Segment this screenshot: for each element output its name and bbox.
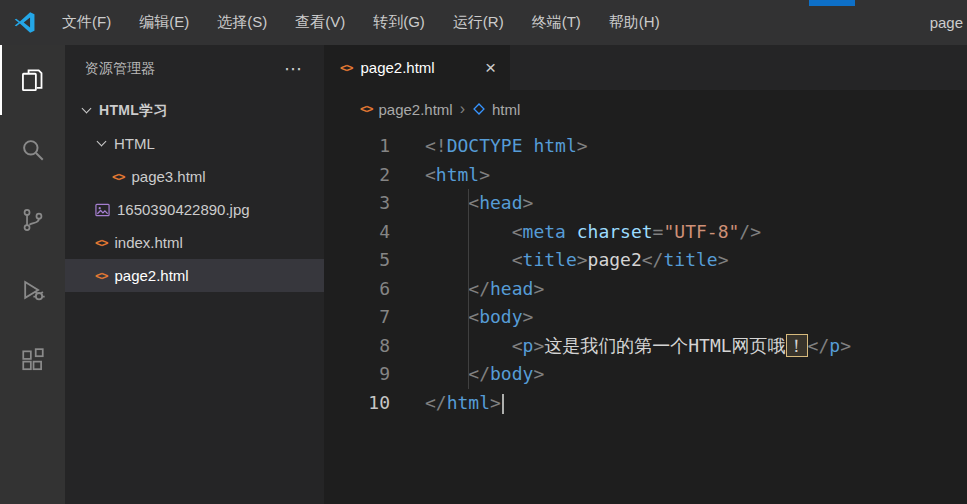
breadcrumb-item[interactable]: html <box>472 101 520 118</box>
tree-item-1650390422890.jpg[interactable]: 1650390422890.jpg <box>65 193 324 226</box>
explorer-sidebar: 资源管理器 ⋯ HTML学习HTML<>page3.html1650390422… <box>65 45 324 504</box>
code-token: > <box>533 363 544 384</box>
tree-item-page3.html[interactable]: <>page3.html <box>65 160 324 193</box>
explorer-icon[interactable] <box>0 45 65 115</box>
extensions-icon[interactable] <box>0 325 65 395</box>
code-token: = <box>653 221 664 242</box>
menu-item[interactable]: 编辑(E) <box>125 0 203 45</box>
indent-guide <box>468 303 469 332</box>
file-tree: HTML学习HTML<>page3.html1650390422890.jpg<… <box>65 92 324 292</box>
code-line-1[interactable]: 1<!DOCTYPE html> <box>324 132 967 161</box>
tree-item-page2.html[interactable]: <>page2.html <box>65 259 324 292</box>
run-and-debug-icon[interactable] <box>0 255 65 325</box>
menu-item[interactable]: 查看(V) <box>281 0 359 45</box>
line-number: 7 <box>324 303 390 332</box>
code-line-4[interactable]: 4 <meta charset="UTF-8"/> <box>324 218 967 247</box>
code-token: > <box>577 249 588 270</box>
breadcrumb-label: html <box>492 101 520 118</box>
code-line-6[interactable]: 6 </head> <box>324 275 967 304</box>
code-token: <! <box>425 135 447 156</box>
activity-bar <box>0 45 65 504</box>
code-token: </ <box>425 278 490 299</box>
code-token: > <box>718 249 729 270</box>
code-token: html <box>447 392 490 413</box>
code-line-2[interactable]: 2<html> <box>324 161 967 190</box>
workbench: 资源管理器 ⋯ HTML学习HTML<>page3.html1650390422… <box>0 45 967 504</box>
code-line-text: </body> <box>390 360 544 389</box>
menu-item[interactable]: 终端(T) <box>518 0 595 45</box>
window-title: page <box>930 0 963 45</box>
tree-item-label: page3.html <box>131 168 205 185</box>
html-file-icon: <> <box>112 170 124 184</box>
html-file-icon: <> <box>95 269 107 283</box>
code-line-8[interactable]: 8 <p>这是我们的第一个HTML网页哦！</p> <box>324 332 967 361</box>
tab-page2-html[interactable]: <> page2.html × <box>324 45 510 90</box>
search-icon[interactable] <box>0 115 65 185</box>
line-number: 5 <box>324 246 390 275</box>
code-line-10[interactable]: 10</html> <box>324 389 967 418</box>
code-token: head <box>490 278 533 299</box>
close-tab-button[interactable]: × <box>483 58 498 77</box>
indent-guide <box>468 332 469 361</box>
breadcrumb-item[interactable]: <>page2.html <box>360 101 453 118</box>
code-token: "UTF-8" <box>663 221 739 242</box>
html-symbol-icon <box>472 102 486 116</box>
menu-item[interactable]: 帮助(H) <box>595 0 674 45</box>
code-token: ！ <box>786 334 808 357</box>
chevron-down-icon <box>80 103 95 118</box>
tab-label: page2.html <box>360 59 434 76</box>
tree-item-html[interactable]: HTML <box>65 127 324 160</box>
image-file-icon <box>95 203 110 217</box>
code-token: < <box>425 306 479 327</box>
code-token: < <box>425 221 523 242</box>
menu-item[interactable]: 运行(R) <box>439 0 518 45</box>
code-line-text: <title>page2</title> <box>390 246 728 275</box>
line-number: 8 <box>324 332 390 361</box>
code-token: 这是我们的第一个HTML网页哦 <box>544 335 785 356</box>
more-actions-button[interactable]: ⋯ <box>284 58 304 80</box>
code-token: html <box>436 164 479 185</box>
code-line-text: <html> <box>390 161 490 190</box>
code-token: </ <box>425 363 490 384</box>
code-token <box>566 221 577 242</box>
tree-item-html-[interactable]: HTML学习 <box>65 94 324 127</box>
code-token: > <box>840 335 851 356</box>
line-number: 1 <box>324 132 390 161</box>
code-line-7[interactable]: 7 <body> <box>324 303 967 332</box>
code-token: meta <box>523 221 566 242</box>
breadcrumb: <>page2.html›html <box>324 90 967 128</box>
html-file-icon: <> <box>95 236 107 250</box>
code-token: < <box>425 249 523 270</box>
editor-group: <> page2.html × <>page2.html›html 1<!DOC… <box>324 45 967 504</box>
tree-item-label: 1650390422890.jpg <box>117 201 250 218</box>
tree-item-index.html[interactable]: <>index.html <box>65 226 324 259</box>
code-line-3[interactable]: 3 <head> <box>324 189 967 218</box>
line-number: 4 <box>324 218 390 247</box>
code-line-5[interactable]: 5 <title>page2</title> <box>324 246 967 275</box>
code-token: p <box>829 335 840 356</box>
menu-item[interactable]: 文件(F) <box>48 0 125 45</box>
menu-item[interactable]: 转到(G) <box>359 0 439 45</box>
code-token: > <box>479 164 490 185</box>
tab-bar: <> page2.html × <box>324 45 967 90</box>
code-token: > <box>490 392 501 413</box>
code-token: /> <box>739 221 761 242</box>
sidebar-header: 资源管理器 ⋯ <box>65 45 324 92</box>
code-token: head <box>479 192 522 213</box>
code-editor[interactable]: 1<!DOCTYPE html>2<html>3 <head>4 <meta c… <box>324 128 967 504</box>
menu-item[interactable]: 选择(S) <box>203 0 281 45</box>
tree-item-label: HTML <box>114 135 155 152</box>
code-token: < <box>425 335 523 356</box>
line-number: 2 <box>324 161 390 190</box>
indent-guide <box>468 360 469 389</box>
code-line-9[interactable]: 9 </body> <box>324 360 967 389</box>
code-token: charset <box>577 221 653 242</box>
chevron-down-icon <box>95 136 110 151</box>
breadcrumb-label: page2.html <box>378 101 452 118</box>
code-line-text: </head> <box>390 275 544 304</box>
source-control-icon[interactable] <box>0 185 65 255</box>
code-token: > <box>533 335 544 356</box>
code-token: > <box>533 278 544 299</box>
code-line-text: <p>这是我们的第一个HTML网页哦！</p> <box>390 332 851 361</box>
breadcrumb-separator: › <box>460 100 465 118</box>
